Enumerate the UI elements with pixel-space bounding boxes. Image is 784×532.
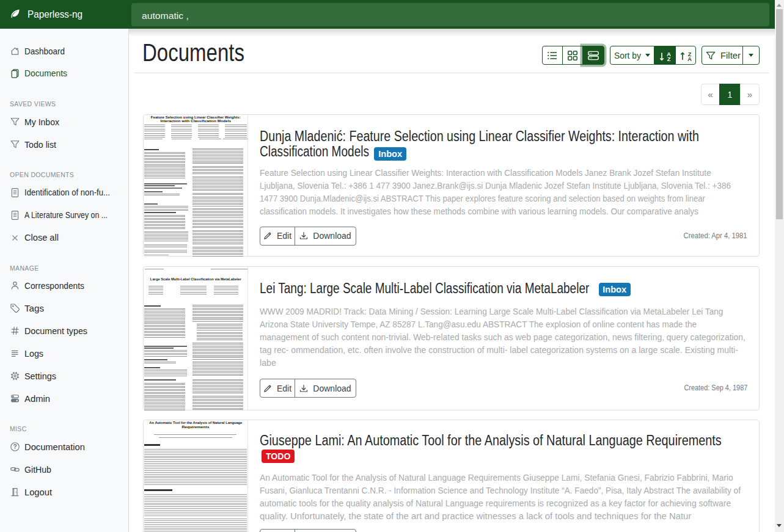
svg-text:Z: Z <box>667 56 671 61</box>
svg-text:A: A <box>687 56 692 61</box>
svg-text:?: ? <box>13 443 16 450</box>
